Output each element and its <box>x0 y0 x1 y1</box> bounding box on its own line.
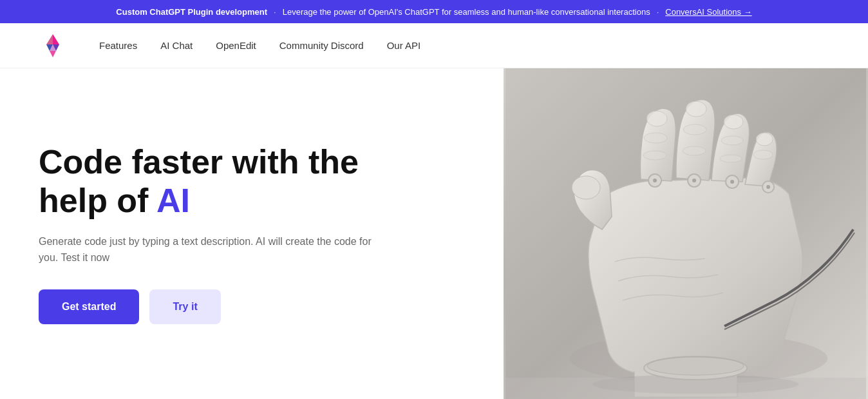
nav-link-features[interactable]: Features <box>99 40 137 51</box>
svg-point-11 <box>643 151 666 160</box>
nav-link-ai-chat[interactable]: AI Chat <box>160 40 193 51</box>
banner-bold-text: Custom ChatGPT Plugin development <box>116 7 267 17</box>
svg-point-18 <box>756 133 773 146</box>
hero-buttons: Get started Try it <box>39 289 465 324</box>
svg-marker-1 <box>46 34 53 44</box>
try-it-button[interactable]: Try it <box>149 289 220 324</box>
nav-item-features[interactable]: Features <box>99 40 137 52</box>
svg-point-26 <box>730 180 734 184</box>
nav-link-our-api[interactable]: Our API <box>387 40 421 51</box>
svg-point-19 <box>753 150 773 159</box>
hero-section: Code faster with the help of AI Generate… <box>0 68 868 399</box>
svg-point-14 <box>683 146 706 155</box>
get-started-button[interactable]: Get started <box>39 289 139 324</box>
svg-point-15 <box>724 115 743 129</box>
svg-point-9 <box>646 111 667 126</box>
banner-main-text: Leverage the power of OpenAI's ChatGPT f… <box>283 7 650 17</box>
svg-point-31 <box>647 357 744 375</box>
svg-point-25 <box>692 179 696 182</box>
nav-link-community-discord[interactable]: Community Discord <box>279 40 364 51</box>
navbar: Features AI Chat OpenEdit Community Disc… <box>0 23 868 68</box>
hero-content: Code faster with the help of AI Generate… <box>0 68 504 399</box>
svg-point-17 <box>720 155 742 162</box>
svg-point-12 <box>686 101 706 117</box>
banner-link[interactable]: ConversAI Solutions → <box>665 7 751 17</box>
robot-hand-svg <box>504 68 868 399</box>
logo-icon <box>39 32 67 60</box>
nav-link-open-edit[interactable]: OpenEdit <box>216 40 256 51</box>
hero-title-ai: AI <box>156 182 190 219</box>
nav-links: Features AI Chat OpenEdit Community Disc… <box>99 40 420 52</box>
svg-point-24 <box>653 179 657 182</box>
svg-point-10 <box>644 133 667 143</box>
hero-title-line2: help of <box>39 182 156 219</box>
nav-item-open-edit[interactable]: OpenEdit <box>216 40 256 52</box>
banner-dot-2: · <box>657 7 659 17</box>
svg-marker-4 <box>50 51 56 57</box>
top-banner: Custom ChatGPT Plugin development · Leve… <box>0 0 868 23</box>
svg-rect-29 <box>505 378 866 399</box>
hero-image <box>504 68 868 399</box>
nav-item-community-discord[interactable]: Community Discord <box>279 40 364 52</box>
robot-hand-visual <box>504 68 868 399</box>
nav-item-ai-chat[interactable]: AI Chat <box>160 40 193 52</box>
hero-title-line1: Code faster with the <box>39 143 359 180</box>
hero-subtitle: Generate code just by typing a text desc… <box>39 233 373 266</box>
svg-point-13 <box>683 124 706 135</box>
svg-point-27 <box>766 185 770 189</box>
svg-point-8 <box>572 176 600 199</box>
hero-title: Code faster with the help of AI <box>39 143 465 220</box>
banner-dot-1: · <box>274 7 276 17</box>
nav-item-our-api[interactable]: Our API <box>387 40 421 52</box>
svg-point-16 <box>721 136 743 145</box>
svg-marker-0 <box>53 34 59 44</box>
logo[interactable] <box>39 32 67 60</box>
